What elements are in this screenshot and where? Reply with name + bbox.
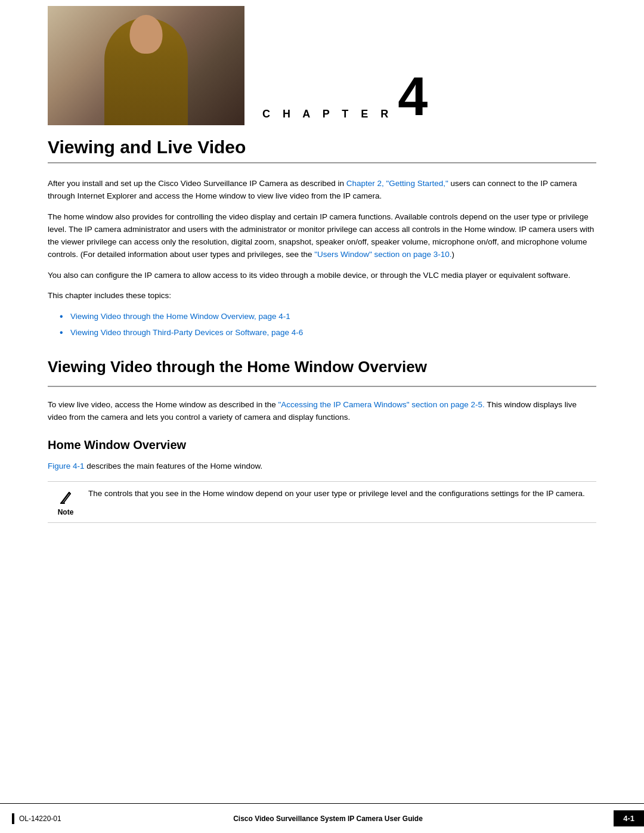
users-window-link[interactable]: "Users Window" section on page 3-10.: [314, 250, 451, 259]
intro-para4: This chapter includes these topics:: [48, 290, 596, 302]
chapter2-link[interactable]: Chapter 2, "Getting Started,": [346, 179, 448, 188]
topic1-link[interactable]: Viewing Video through the Home Window Ov…: [70, 312, 290, 321]
chapter-header: C H A P T E R 4: [0, 0, 644, 125]
subsection1-title: Home Window Overview: [48, 438, 596, 452]
page-container: C H A P T E R 4 Viewing and Live Video A…: [0, 0, 644, 833]
intro-para2-suffix: ): [451, 250, 454, 259]
footer-page-number: 4-1: [614, 810, 644, 826]
note-label: Note: [58, 508, 74, 516]
topic-list-item-2: Viewing Video through Third-Party Device…: [60, 327, 596, 339]
chapter-image: [48, 6, 244, 125]
note-container: Note The controls that you see in the Ho…: [48, 481, 596, 523]
note-pencil-icon: [57, 489, 74, 506]
chapter-title: Viewing and Live Video: [48, 137, 596, 157]
chapter-label: C H A P T E R: [262, 109, 393, 119]
footer-left: OL-14220-01: [0, 813, 170, 824]
chapter-label-area: C H A P T E R 4: [244, 74, 428, 126]
intro-para2: The home window also provides for contro…: [48, 211, 596, 261]
footer-guide-title: Cisco Video Surveillance System IP Camer…: [170, 815, 486, 823]
intro-para1-prefix: After you install and set up the Cisco V…: [48, 179, 346, 188]
intro-para3: You also can configure the IP camera to …: [48, 270, 596, 282]
topic-list-item-1: Viewing Video through the Home Window Ov…: [60, 311, 596, 323]
footer-left-bar: [12, 813, 14, 824]
topic-list: Viewing Video through the Home Window Ov…: [60, 311, 596, 339]
section1-intro-prefix: To view live video, access the Home wind…: [48, 400, 278, 409]
topic2-link[interactable]: Viewing Video through Third-Party Device…: [70, 328, 303, 337]
note-icon-area: Note: [48, 488, 83, 516]
figure4-1-link[interactable]: Figure 4-1: [48, 462, 85, 470]
footer-doc-number: OL-14220-01: [19, 815, 61, 823]
section1-title: Viewing Video through the Home Window Ov…: [48, 358, 596, 376]
intro-para1: After you install and set up the Cisco V…: [48, 178, 596, 203]
figure-ref-suffix: describes the main features of the Home …: [85, 462, 263, 470]
main-content: Viewing and Live Video After you install…: [0, 137, 644, 523]
chapter-title-rule: [48, 162, 596, 163]
accessing-windows-link[interactable]: "Accessing the IP Camera Windows" sectio…: [278, 400, 484, 409]
note-text: The controls that you see in the Home wi…: [83, 488, 596, 500]
svg-line-2: [61, 502, 62, 503]
figure-ref-text: Figure 4-1 describes the main features o…: [48, 460, 596, 473]
page-footer: OL-14220-01 Cisco Video Surveillance Sys…: [0, 803, 644, 833]
chapter-number: 4: [398, 74, 428, 120]
section1-intro: To view live video, access the Home wind…: [48, 399, 596, 424]
section1-rule: [48, 386, 596, 387]
footer-right: 4-1: [486, 810, 644, 826]
